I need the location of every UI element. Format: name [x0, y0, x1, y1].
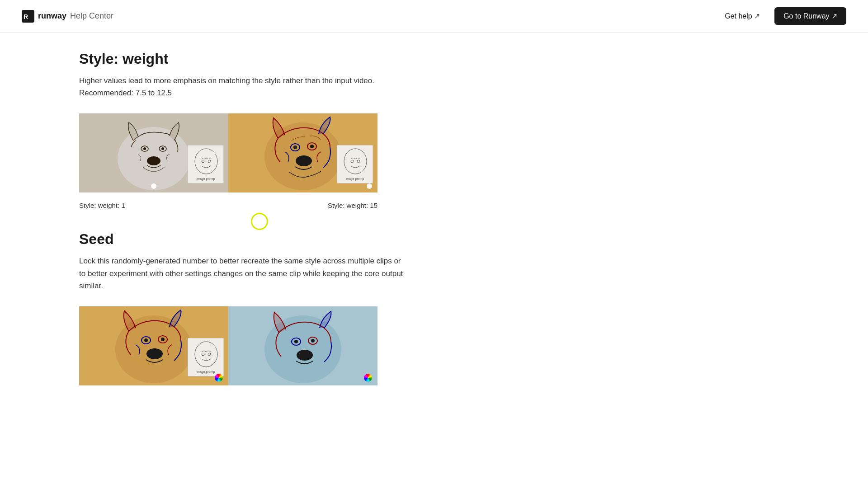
image-prompt-card-bottom-left: image promp	[188, 338, 224, 376]
image-prompt-label-bottom-left: image promp	[197, 370, 215, 373]
seed-comparison: image promp	[79, 306, 377, 385]
style-weight-section: Style: weight Higher values lead to more…	[79, 51, 407, 209]
style-weight-left-caption: Style: weight: 1	[79, 202, 125, 209]
seed-section: Seed Lock this randomly-generated number…	[79, 231, 407, 385]
go-to-runway-button[interactable]: Go to Runway ↗	[774, 7, 846, 25]
seed-right-image	[228, 306, 377, 385]
brand-name: runway	[38, 11, 66, 21]
seed-description: Lock this randomly-generated number to b…	[79, 255, 407, 292]
svg-point-29	[161, 338, 165, 341]
color-dot-left	[215, 374, 223, 382]
header: R runway Help Center Get help ↗ Go to Ru…	[0, 0, 868, 33]
main-content: Style: weight Higher values lead to more…	[0, 33, 407, 425]
style-weight-description: Higher values lead to more emphasis on m…	[79, 75, 407, 99]
image-prompt-card-left: image promp	[188, 145, 224, 183]
style-weight-title: Style: weight	[79, 51, 407, 67]
svg-point-19	[296, 155, 312, 166]
face-sketch-left	[190, 148, 222, 177]
style-weight-right-caption: Style: weight: 15	[328, 202, 377, 209]
svg-point-39	[294, 340, 298, 343]
get-help-link[interactable]: Get help ↗	[725, 12, 760, 20]
dot-indicator-left	[151, 183, 156, 189]
face-sketch-right	[340, 148, 371, 177]
style-weight-comparison: image promp	[79, 113, 377, 192]
style-weight-right-wrapper: image promp	[228, 113, 377, 192]
image-prompt-label-left: image promp	[197, 177, 215, 180]
style-weight-right-image: image promp	[228, 113, 377, 192]
face-sketch-bottom-left	[190, 341, 222, 370]
style-weight-left-image: image promp	[79, 113, 228, 192]
seed-right-wrapper	[228, 306, 377, 385]
style-weight-captions: Style: weight: 1 Style: weight: 15	[79, 198, 377, 209]
svg-text:R: R	[24, 13, 28, 20]
runway-logo-icon: R	[22, 10, 34, 23]
image-prompt-label-right: image promp	[346, 177, 364, 180]
cursor-indicator	[251, 213, 268, 230]
svg-point-8	[147, 156, 160, 165]
seed-left-image: image promp	[79, 306, 228, 385]
header-nav: Get help ↗ Go to Runway ↗	[725, 7, 846, 25]
seed-title: Seed	[79, 231, 407, 248]
svg-point-6	[143, 147, 146, 150]
svg-point-18	[310, 145, 314, 148]
dog-sketch-bottom-right	[228, 306, 377, 385]
svg-point-30	[146, 348, 163, 359]
logo-link[interactable]: R runway Help Center	[22, 10, 113, 23]
svg-point-17	[293, 145, 297, 149]
image-prompt-card-right: image promp	[337, 145, 373, 183]
svg-point-28	[144, 338, 148, 342]
svg-point-7	[161, 147, 164, 150]
seed-left-wrapper: image promp	[79, 306, 228, 385]
style-weight-left-wrapper: image promp	[79, 113, 228, 192]
help-center-label: Help Center	[70, 11, 113, 21]
svg-point-41	[297, 350, 313, 361]
svg-point-40	[311, 339, 315, 343]
color-dot-right	[364, 374, 372, 382]
